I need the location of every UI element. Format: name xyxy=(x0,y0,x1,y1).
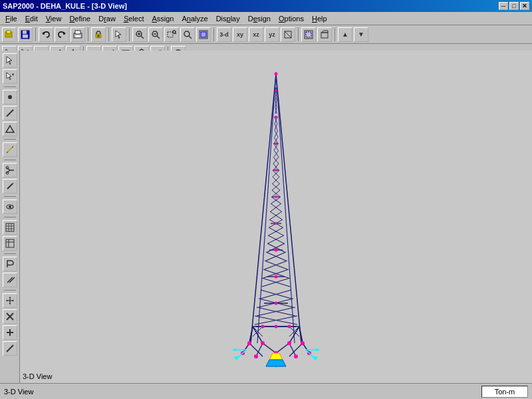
svg-rect-8 xyxy=(75,31,80,34)
svg-point-199 xyxy=(261,341,265,345)
menu-assign[interactable]: Assign xyxy=(148,13,178,24)
units-display[interactable]: Ton-m xyxy=(481,386,528,398)
tool-dot[interactable] xyxy=(3,90,17,104)
svg-point-192 xyxy=(275,275,278,279)
view-xy-button[interactable]: xy xyxy=(233,27,247,42)
sidebar-sep6 xyxy=(4,253,16,254)
svg-marker-55 xyxy=(6,126,14,132)
zoom-out-button[interactable] xyxy=(148,27,163,42)
pointer-button[interactable] xyxy=(112,27,126,42)
tool-measure[interactable] xyxy=(3,142,17,157)
svg-marker-82 xyxy=(9,297,11,298)
tool-scissors[interactable] xyxy=(3,163,17,178)
svg-line-54 xyxy=(7,110,13,116)
sidebar-sep7 xyxy=(4,290,16,291)
zoom-region-button[interactable] xyxy=(164,27,179,42)
title-bar: SAP2000 - DEHA_KULE - [3-D View] ─ □ ✕ xyxy=(0,0,532,12)
svg-point-184 xyxy=(275,72,278,76)
svg-marker-32 xyxy=(321,31,328,33)
svg-line-167 xyxy=(263,343,276,353)
tool-line[interactable] xyxy=(3,106,17,120)
svg-rect-30 xyxy=(306,32,311,37)
svg-point-185 xyxy=(275,89,277,92)
tower-visualization xyxy=(209,64,342,383)
view-plan-button[interactable] xyxy=(281,27,295,42)
sidebar-sep1 xyxy=(4,86,16,87)
title-text: SAP2000 - DEHA_KULE - [3-D View] xyxy=(3,2,127,10)
lock-button[interactable] xyxy=(91,27,106,42)
svg-line-170 xyxy=(276,343,289,353)
scroll-up-button[interactable]: ▲ xyxy=(338,27,352,42)
svg-point-204 xyxy=(294,354,298,358)
sep4 xyxy=(129,28,130,41)
tool-table[interactable] xyxy=(3,236,17,251)
menu-edit[interactable]: Edit xyxy=(21,13,42,24)
tool-p[interactable] xyxy=(3,257,17,271)
svg-line-91 xyxy=(257,74,276,343)
undo-button[interactable] xyxy=(39,27,53,42)
menu-help[interactable]: Help xyxy=(308,13,331,24)
menu-draw[interactable]: Draw xyxy=(94,13,120,24)
svg-point-189 xyxy=(275,196,277,198)
save-button[interactable] xyxy=(18,27,33,42)
menu-select[interactable]: Select xyxy=(120,13,148,24)
viewport: 3-D View xyxy=(20,51,532,383)
maximize-button[interactable]: □ xyxy=(509,2,519,10)
svg-line-90 xyxy=(276,74,301,343)
view-label: 3-D View xyxy=(23,372,52,380)
tool-grid[interactable] xyxy=(3,220,17,235)
tool-pointer[interactable] xyxy=(3,53,17,68)
scroll-down-button[interactable]: ▼ xyxy=(354,27,368,42)
sep6 xyxy=(298,28,299,41)
svg-rect-20 xyxy=(168,32,173,37)
tool-arrows-hv[interactable] xyxy=(3,293,17,308)
svg-point-190 xyxy=(275,222,277,225)
menu-bar: File Edit View Define Draw Select Assign… xyxy=(0,12,532,25)
tool-triangle[interactable] xyxy=(3,122,17,136)
menu-define[interactable]: Define xyxy=(65,13,94,24)
tool-select[interactable] xyxy=(3,69,17,84)
menu-display[interactable]: Display xyxy=(212,13,244,24)
zoom-in-button[interactable] xyxy=(132,27,147,42)
print-button[interactable] xyxy=(70,27,85,42)
svg-marker-49 xyxy=(7,57,12,65)
sep7 xyxy=(334,28,335,41)
menu-view[interactable]: View xyxy=(42,13,66,24)
tool-x[interactable] xyxy=(3,309,17,324)
tool-slash[interactable] xyxy=(3,273,17,287)
svg-rect-4 xyxy=(23,35,28,38)
svg-marker-80 xyxy=(13,300,14,302)
view-3d-button[interactable]: 3-d xyxy=(217,27,231,42)
menu-file[interactable]: File xyxy=(1,13,21,24)
view-yz-button[interactable]: yz xyxy=(265,27,279,42)
tool-diagonal[interactable] xyxy=(3,341,17,356)
sep5 xyxy=(213,28,214,41)
svg-point-200 xyxy=(287,341,291,345)
sep3 xyxy=(108,28,109,41)
redo-button[interactable] xyxy=(55,27,69,42)
svg-line-24 xyxy=(189,36,192,39)
view-box2-button[interactable] xyxy=(317,27,332,42)
svg-point-191 xyxy=(275,249,278,252)
svg-marker-79 xyxy=(6,300,7,302)
menu-design[interactable]: Design xyxy=(244,13,275,24)
svg-marker-207 xyxy=(233,348,236,352)
open-button[interactable] xyxy=(2,27,17,42)
zoom-fit-button[interactable] xyxy=(196,27,211,42)
sep2 xyxy=(88,28,88,41)
view-box1-button[interactable] xyxy=(301,27,316,42)
tool-eye[interactable] xyxy=(3,200,17,214)
tool-pencil[interactable] xyxy=(3,179,17,194)
svg-rect-9 xyxy=(75,35,80,37)
menu-analyze[interactable]: Analyze xyxy=(178,13,212,24)
svg-line-64 xyxy=(7,184,13,189)
zoom-full-button[interactable] xyxy=(180,27,195,42)
svg-point-198 xyxy=(301,341,305,345)
sidebar-sep2 xyxy=(4,139,16,140)
svg-line-57 xyxy=(7,152,8,153)
menu-options[interactable]: Options xyxy=(275,13,308,24)
close-button[interactable]: ✕ xyxy=(520,2,529,10)
view-xz-button[interactable]: xz xyxy=(249,27,263,42)
tool-plus[interactable] xyxy=(3,325,17,340)
minimize-button[interactable]: ─ xyxy=(499,2,508,10)
